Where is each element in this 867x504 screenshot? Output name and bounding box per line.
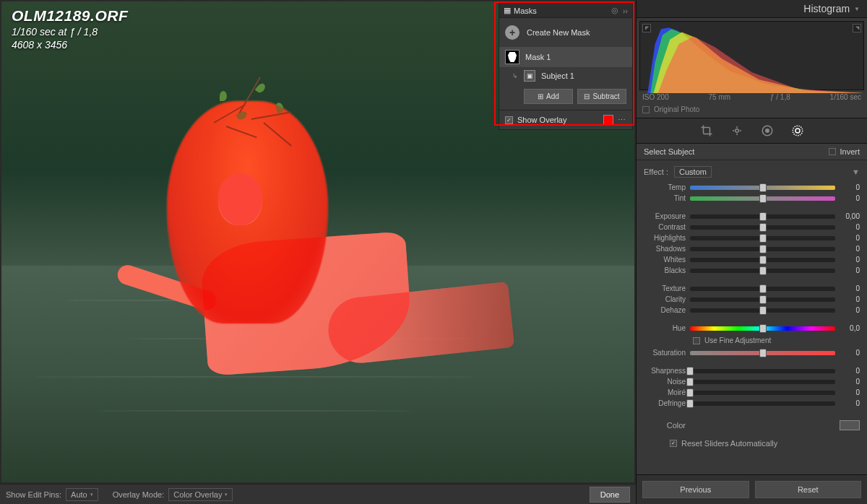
masks-eye-icon[interactable]: ◎ bbox=[611, 6, 618, 15]
exif-meta: ISO 200 75 mm ƒ / 1,8 1/160 sec bbox=[637, 93, 867, 104]
masks-collapse-icon[interactable]: ›› bbox=[623, 6, 628, 15]
effect-value[interactable]: Custom bbox=[674, 166, 712, 178]
slider-defringe[interactable]: Defringe0 bbox=[644, 398, 860, 409]
masks-icon: ▦ bbox=[504, 6, 511, 15]
slider-sharpness[interactable]: Sharpness0 bbox=[644, 365, 860, 376]
viewer-bottom-bar: Show Edit Pins: Auto▾ Overlay Mode: Colo… bbox=[0, 484, 636, 504]
slider-hue[interactable]: Hue0,0 bbox=[644, 323, 860, 334]
slider-temp[interactable]: Temp0 bbox=[644, 182, 860, 193]
svg-point-3 bbox=[793, 126, 803, 136]
slider-blacks[interactable]: Blacks0 bbox=[644, 265, 860, 276]
create-mask-label: Create New Mask bbox=[527, 28, 590, 37]
original-photo-row[interactable]: Original Photo bbox=[637, 104, 867, 118]
histogram-title: Histogram bbox=[803, 3, 850, 14]
invert-label: Invert bbox=[840, 147, 860, 156]
effect-preset-row[interactable]: Effect : Custom ▼ bbox=[644, 163, 860, 182]
histogram[interactable]: ◤ ◥ bbox=[639, 21, 864, 90]
histogram-header[interactable]: Histogram ▼ bbox=[637, 0, 867, 18]
adjustment-sliders: Effect : Custom ▼ Temp0 Tint0 Exposure0,… bbox=[637, 160, 867, 474]
show-overlay-checkbox[interactable]: ✓ bbox=[505, 116, 513, 124]
color-picker-swatch[interactable] bbox=[840, 420, 860, 430]
subtract-icon: ⊟ bbox=[584, 92, 590, 100]
previous-button[interactable]: Previous bbox=[642, 481, 749, 498]
reset-auto-checkbox[interactable]: ✓ bbox=[670, 440, 677, 447]
show-overlay-label: Show Overlay bbox=[517, 116, 566, 124]
fine-adj-checkbox[interactable] bbox=[693, 337, 700, 344]
reset-auto-row[interactable]: ✓ Reset Sliders Automatically bbox=[644, 435, 860, 451]
reset-button[interactable]: Reset bbox=[755, 481, 862, 498]
chevron-icon: ▾ bbox=[225, 492, 228, 498]
mask-1-label: Mask 1 bbox=[525, 53, 551, 61]
show-pins-dropdown[interactable]: Auto▾ bbox=[66, 488, 98, 501]
meta-shutter: 1/160 sec bbox=[830, 93, 861, 101]
svg-point-0 bbox=[735, 129, 738, 133]
slider-whites[interactable]: Whites0 bbox=[644, 254, 860, 265]
slider-contrast[interactable]: Contrast0 bbox=[644, 222, 860, 233]
masks-title: Masks bbox=[514, 6, 537, 15]
slider-noise[interactable]: Noise0 bbox=[644, 376, 860, 387]
meta-iso: ISO 200 bbox=[642, 93, 669, 101]
bottom-button-row: Previous Reset bbox=[637, 474, 867, 504]
masking-tool-icon[interactable] bbox=[791, 124, 804, 137]
histogram-chart bbox=[640, 22, 863, 93]
fine-adjustment-row[interactable]: Use Fine Adjustment bbox=[644, 334, 860, 347]
subject-1-label: Subject 1 bbox=[541, 71, 574, 80]
mask-add-button[interactable]: ⊞Add bbox=[524, 89, 573, 104]
svg-point-4 bbox=[795, 129, 800, 133]
panel-collapse-icon[interactable]: ▼ bbox=[852, 168, 860, 176]
crop-tool-icon[interactable] bbox=[700, 124, 713, 137]
filename: OLM12189.ORF bbox=[12, 7, 128, 25]
slider-texture[interactable]: Texture0 bbox=[644, 283, 860, 294]
slider-moire[interactable]: Moiré0 bbox=[644, 387, 860, 398]
select-subject-label: Select Subject bbox=[644, 147, 694, 156]
slider-clarity[interactable]: Clarity0 bbox=[644, 294, 860, 305]
photo-subject bbox=[116, 88, 483, 415]
slider-exposure[interactable]: Exposure0,00 bbox=[644, 211, 860, 222]
collapse-icon[interactable]: ▼ bbox=[854, 6, 860, 12]
slider-saturation[interactable]: Saturation0 bbox=[644, 347, 860, 358]
tool-strip bbox=[637, 118, 867, 144]
masks-panel[interactable]: ▦ Masks ◎ ›› + Create New Mask Mask 1 ↳ … bbox=[499, 3, 633, 130]
image-viewer[interactable]: OLM12189.ORF 1/160 sec at ƒ / 1,8 4608 x… bbox=[1, 1, 634, 482]
overlay-more-icon[interactable]: ⋯ bbox=[618, 116, 626, 125]
select-subject-header[interactable]: Select Subject Invert bbox=[637, 144, 867, 160]
overlay-color-swatch[interactable] bbox=[603, 115, 613, 125]
right-panel: Histogram ▼ ◤ ◥ ISO 200 75 mm ƒ / 1,8 1/… bbox=[636, 0, 867, 504]
mask-1-row[interactable]: Mask 1 bbox=[499, 47, 632, 67]
slider-shadows[interactable]: Shadows0 bbox=[644, 243, 860, 254]
overlay-mode-label: Overlay Mode: bbox=[113, 490, 165, 499]
slider-tint[interactable]: Tint0 bbox=[644, 193, 860, 204]
slider-highlights[interactable]: Highlights0 bbox=[644, 233, 860, 243]
effect-label: Effect : bbox=[644, 168, 668, 176]
subject-1-row[interactable]: ↳ ▣ Subject 1 bbox=[499, 67, 632, 84]
subject-icon: ▣ bbox=[524, 70, 535, 82]
meta-aperture: ƒ / 1,8 bbox=[770, 93, 790, 101]
slider-dehaze[interactable]: Dehaze0 bbox=[644, 305, 860, 316]
show-pins-label: Show Edit Pins: bbox=[6, 490, 61, 499]
overlay-mode-dropdown[interactable]: Color Overlay▾ bbox=[168, 488, 233, 501]
image-info-overlay: OLM12189.ORF 1/160 sec at ƒ / 1,8 4608 x… bbox=[12, 7, 128, 51]
color-swatch-row[interactable]: Color bbox=[644, 416, 860, 435]
heal-tool-icon[interactable] bbox=[730, 124, 743, 137]
plus-icon: + bbox=[505, 25, 519, 40]
svg-point-2 bbox=[765, 129, 769, 133]
masks-panel-header[interactable]: ▦ Masks ◎ ›› bbox=[499, 4, 632, 18]
mask-subtract-button[interactable]: ⊟Subtract bbox=[577, 89, 626, 104]
dimensions-info: 4608 x 3456 bbox=[12, 39, 128, 51]
invert-checkbox[interactable] bbox=[829, 148, 836, 155]
mask-thumb bbox=[505, 50, 519, 64]
meta-focal: 75 mm bbox=[709, 93, 731, 101]
tree-connector-icon: ↳ bbox=[512, 72, 518, 79]
original-checkbox[interactable] bbox=[642, 106, 650, 113]
chevron-icon: ▾ bbox=[90, 492, 93, 498]
create-new-mask[interactable]: + Create New Mask bbox=[499, 18, 632, 47]
show-overlay-row[interactable]: ✓ Show Overlay ⋯ bbox=[499, 110, 632, 129]
redeye-tool-icon[interactable] bbox=[761, 124, 774, 137]
main-viewer-area: OLM12189.ORF 1/160 sec at ƒ / 1,8 4608 x… bbox=[0, 0, 636, 504]
exposure-info: 1/160 sec at ƒ / 1,8 bbox=[12, 26, 128, 38]
add-icon: ⊞ bbox=[538, 92, 543, 100]
done-button[interactable]: Done bbox=[590, 487, 630, 503]
